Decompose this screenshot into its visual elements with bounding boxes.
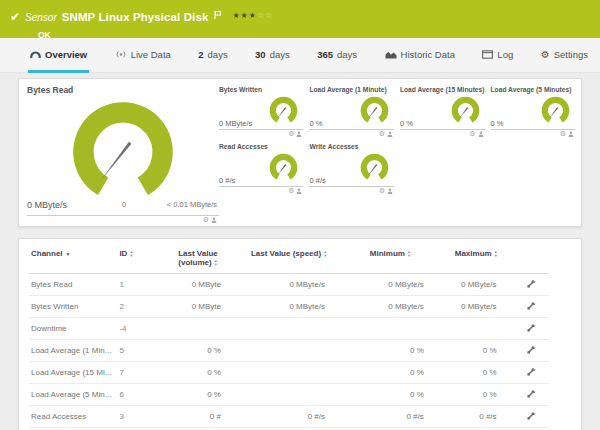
person-icon[interactable]	[211, 217, 217, 223]
signal-icon	[115, 50, 127, 59]
gauge-value: 0 %	[309, 119, 322, 128]
gear-icon[interactable]: ⚙	[379, 131, 385, 137]
gauge-scale-max: < 0.01 MByte/s	[167, 200, 217, 209]
channel-settings-wrench-icon[interactable]	[526, 411, 536, 423]
gauge-value: 0 %	[491, 119, 504, 128]
channel-settings-wrench-icon[interactable]	[526, 301, 536, 313]
gauge-bytes-written[interactable]: Bytes Written 0 MByte/s ⚙	[219, 86, 303, 137]
person-icon[interactable]	[296, 188, 302, 194]
tab-number: 30	[255, 49, 266, 60]
gauge-needle	[100, 142, 131, 181]
gauge-load-average-1min[interactable]: Load Average (1 Minute) 0 % ⚙	[309, 86, 393, 137]
tab-log[interactable]: Log	[480, 38, 515, 73]
gauge-dial	[267, 94, 300, 127]
tab-historic-data[interactable]: Historic Data	[383, 38, 457, 73]
channel-settings-wrench-icon[interactable]	[526, 323, 536, 335]
gear-icon[interactable]: ⚙	[379, 188, 385, 194]
tab-settings[interactable]: ⚙ Settings	[539, 38, 590, 73]
gauge-value: 0 #/s	[309, 176, 325, 185]
table-row-load-average-15min[interactable]: Load Average (15 Mi... 7 0 % 0 % 0 %	[29, 362, 549, 384]
tab-2-days[interactable]: 2 days	[196, 38, 229, 73]
main-gauge-bytes-read[interactable]: Bytes Read 0 MByte/s 0 < 0.01 MByte/s ⚙	[27, 85, 219, 222]
gear-icon[interactable]: ⚙	[560, 131, 566, 137]
channel-name[interactable]: Load Average (1 Min...	[29, 340, 117, 362]
table-row-load-average-1min[interactable]: Load Average (1 Min... 5 0 % 0 % 0 %	[29, 340, 549, 362]
tab-number: 2	[198, 49, 203, 60]
gear-icon: ⚙	[541, 49, 550, 60]
channel-settings-wrench-icon[interactable]	[526, 279, 536, 291]
gauge-dial	[539, 94, 572, 127]
channel-table-panel: Channel▼ ID▲▼ Last Value (volume)▲▼ Last…	[18, 238, 582, 430]
sort-icon: ▲▼	[407, 250, 411, 257]
gauge-title: Load Average (1 Minute)	[309, 86, 393, 93]
tab-live-data[interactable]: Live Data	[113, 38, 173, 73]
status-ok-check-icon: ✔	[10, 10, 20, 24]
gear-icon[interactable]: ⚙	[469, 131, 475, 137]
column-header-maximum[interactable]: Maximum▲▼	[440, 241, 513, 274]
column-header-last-value-speed[interactable]: Last Value (speed)▲▼	[237, 241, 341, 274]
sort-icon: ▲▼	[323, 250, 327, 257]
column-header-last-value-volume[interactable]: Last Value (volume)▲▼	[159, 241, 237, 274]
gauge-dial	[358, 151, 391, 184]
tab-overview[interactable]: Overview	[28, 38, 89, 73]
gauge-value: 0 MByte/s	[219, 119, 252, 128]
tab-365-days[interactable]: 365 days	[315, 38, 359, 73]
tab-label: Settings	[554, 49, 588, 60]
channel-settings-wrench-icon[interactable]	[526, 389, 536, 401]
tab-label: Live Data	[131, 49, 171, 60]
gauge-dial	[267, 151, 300, 184]
channel-table: Channel▼ ID▲▼ Last Value (volume)▲▼ Last…	[29, 241, 549, 430]
priority-stars[interactable]: ★★★☆☆	[232, 11, 273, 20]
sensor-kind-label: Sensor	[25, 12, 57, 23]
channel-settings-wrench-icon[interactable]	[526, 345, 536, 357]
sort-icon: ▲▼	[129, 250, 133, 257]
column-header-id[interactable]: ID▲▼	[117, 241, 159, 274]
channel-name[interactable]: Bytes Read	[29, 274, 117, 296]
gauge-title: Load Average (5 Minutes)	[491, 86, 575, 93]
table-row-read-accesses[interactable]: Read Accesses 3 0 # 0 #/s 0 #/s 0 #/s	[29, 406, 549, 428]
tab-label: days	[208, 49, 228, 60]
gauge-read-accesses[interactable]: Read Accesses 0 #/s ⚙	[219, 143, 303, 194]
table-row-downtime[interactable]: Downtime -4	[29, 318, 549, 340]
gear-icon[interactable]: ⚙	[203, 217, 209, 223]
channel-name[interactable]: Bytes Written	[29, 296, 117, 318]
gauge-load-average-5min[interactable]: Load Average (5 Minutes) 0 % ⚙	[491, 86, 575, 137]
gauge-value: 0 #/s	[219, 176, 235, 185]
tab-label: days	[337, 49, 357, 60]
person-icon[interactable]	[478, 131, 484, 137]
tab-bar: Overview Live Data 2 days 30 days 365 da…	[0, 38, 600, 73]
gauge-title: Bytes Written	[219, 86, 303, 93]
gauge-title: Write Accesses	[309, 143, 393, 150]
person-icon[interactable]	[387, 131, 393, 137]
table-row-bytes-read[interactable]: Bytes Read 1 0 MByte 0 MByte/s 0 MByte/s…	[29, 274, 549, 296]
table-row-load-average-5min[interactable]: Load Average (5 Min... 6 0 % 0 % 0 %	[29, 384, 549, 406]
table-row-bytes-written[interactable]: Bytes Written 2 0 MByte 0 MByte/s 0 MByt…	[29, 296, 549, 318]
channel-name[interactable]: Downtime	[29, 318, 117, 340]
tab-label: Historic Data	[401, 49, 455, 60]
flag-icon	[214, 5, 221, 23]
channel-name[interactable]: Load Average (5 Min...	[29, 384, 117, 406]
column-header-channel[interactable]: Channel▼	[29, 241, 117, 274]
channel-name[interactable]: Read Accesses	[29, 406, 117, 428]
person-icon[interactable]	[568, 131, 574, 137]
person-icon[interactable]	[387, 188, 393, 194]
gear-icon[interactable]: ⚙	[288, 188, 294, 194]
gauge-baseline	[27, 215, 219, 216]
sort-desc-icon: ▼	[66, 251, 71, 257]
gauge-arc-icon	[30, 50, 41, 59]
column-header-minimum[interactable]: Minimum▲▼	[341, 241, 440, 274]
gauge-dial	[449, 94, 482, 127]
gauge-load-average-15min[interactable]: Load Average (15 Minutes) 0 % ⚙	[400, 86, 485, 137]
bytes-read-gauge-dial	[65, 94, 181, 210]
sensor-header: ✔ Sensor SNMP Linux Physical Disk ★★★☆☆ …	[0, 0, 600, 38]
gauge-write-accesses[interactable]: Write Accesses 0 #/s ⚙	[309, 143, 393, 194]
person-icon[interactable]	[296, 131, 302, 137]
channel-settings-wrench-icon[interactable]	[526, 367, 536, 379]
tab-label: days	[270, 49, 290, 60]
gauge-current-value: 0 MByte/s	[27, 200, 67, 210]
tab-30-days[interactable]: 30 days	[253, 38, 292, 73]
gauge-dial	[358, 94, 391, 127]
gear-icon[interactable]: ⚙	[288, 131, 294, 137]
sensor-title: SNMP Linux Physical Disk	[62, 11, 209, 23]
channel-name[interactable]: Load Average (15 Mi...	[29, 362, 117, 384]
